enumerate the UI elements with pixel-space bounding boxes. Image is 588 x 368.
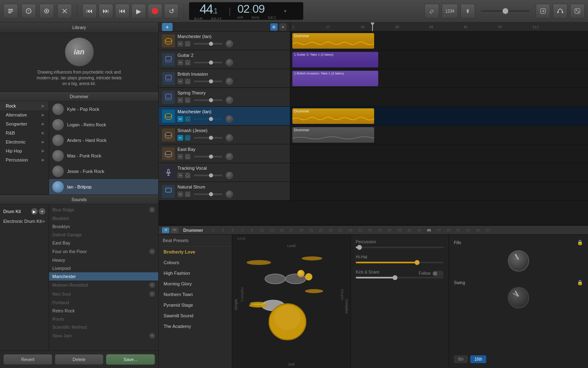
beat-position-dot[interactable] (297, 270, 305, 277)
pan-knob[interactable] (226, 96, 233, 104)
sync-button[interactable] (39, 4, 54, 18)
track-content[interactable] (290, 182, 588, 200)
headphones-icon[interactable]: 🎧 (185, 135, 191, 141)
master-volume-slider[interactable] (481, 10, 530, 12)
track-content[interactable] (290, 144, 588, 163)
mute-button[interactable]: ✂ (177, 97, 183, 103)
volume-slider[interactable] (194, 156, 222, 157)
play-button[interactable]: ▶ (131, 4, 146, 18)
drummer-ian[interactable]: Ian - Britpop (49, 179, 158, 195)
sound-retro-rock[interactable]: Retro Rock (49, 307, 158, 315)
track-content[interactable] (290, 163, 588, 182)
sound-detroit-garage[interactable]: Detroit Garage (49, 231, 158, 239)
genre-item-electronic[interactable]: Electronic ▶ (0, 137, 49, 146)
headphones-icon[interactable]: 🎧 (185, 191, 191, 197)
sound-manchester[interactable]: Manchester (49, 272, 158, 280)
headphones-button[interactable] (553, 4, 568, 18)
mute-button[interactable]: ✂ (177, 191, 183, 197)
number-display-btn[interactable]: 1234 (442, 4, 458, 18)
drummer-max[interactable]: Max - Punk Rock (49, 148, 158, 164)
track-type-btn[interactable]: ≡ (279, 23, 287, 31)
track-content[interactable]: Drummer (290, 31, 588, 50)
save-button[interactable]: Save... (106, 354, 155, 365)
drummer-jesse[interactable]: Jesse - Funk Rock (49, 164, 158, 179)
add-circle-icon[interactable]: + (149, 282, 155, 288)
eighth-note-button[interactable]: 8th (454, 355, 468, 363)
share-button[interactable] (536, 4, 550, 18)
follow-toggle-switch[interactable] (432, 271, 444, 276)
mute-button[interactable]: ✂ (177, 116, 183, 122)
preset-pyramid-stage[interactable]: Pyramid Stage (159, 300, 232, 310)
preset-sawmill-sound[interactable]: Sawmill Sound (159, 310, 232, 321)
notes-button[interactable] (3, 4, 18, 18)
sound-slow-jam[interactable]: Slow Jam + (49, 331, 158, 340)
volume-slider[interactable] (194, 118, 222, 120)
drummer-anders[interactable]: Anders - Hard Rock (49, 132, 158, 148)
add-circle-icon[interactable]: + (149, 291, 155, 297)
pan-knob[interactable] (226, 40, 233, 47)
fastforward-button[interactable]: ⏭ (99, 4, 113, 18)
record-button[interactable] (148, 4, 162, 18)
hihat-slider[interactable] (356, 262, 444, 263)
kick-snare-slider[interactable] (356, 277, 444, 278)
preset-high-fashion[interactable]: High Fashion (159, 268, 232, 278)
help-button[interactable]: ? (21, 4, 36, 18)
mute-button[interactable]: ✂ (177, 154, 183, 159)
sound-motown[interactable]: Motown Revisited + (49, 280, 158, 289)
swing-lock-icon[interactable]: 🔒 (577, 280, 583, 285)
lock-icon[interactable]: 🔒 (577, 240, 583, 245)
genre-item-hiphop[interactable]: Hip Hop ▶ (0, 146, 49, 155)
volume-slider[interactable] (194, 62, 222, 63)
preset-the-academy[interactable]: The Academy (159, 321, 232, 332)
headphones-icon[interactable]: 🎧 (185, 79, 191, 84)
revert-button[interactable]: Revert (3, 354, 52, 365)
add-track-button[interactable]: + (162, 23, 173, 31)
skip-to-start-button[interactable]: ⏮ (115, 4, 130, 18)
track-region[interactable]: Drummer (292, 33, 374, 49)
headphones-icon[interactable]: 🎧 (185, 116, 191, 122)
volume-slider[interactable] (194, 175, 222, 176)
sound-four-floor[interactable]: Four on the Floor + (49, 247, 158, 256)
percussion-slider[interactable] (356, 247, 444, 248)
drummer-logan[interactable]: Logan - Retro Rock (49, 117, 158, 132)
pan-knob[interactable] (226, 59, 233, 66)
pan-knob[interactable] (226, 134, 233, 141)
preset-morning-glory[interactable]: Morning Glory (159, 278, 232, 289)
genre-item-alternative[interactable]: Alternative ▶ (0, 110, 49, 119)
kit-play-icon[interactable]: + (39, 208, 45, 215)
sound-neo-soul[interactable]: Neo Soul + (49, 289, 158, 298)
swing-knob[interactable] (508, 287, 529, 308)
pencil-tool[interactable] (424, 4, 439, 18)
sound-liverpool[interactable]: Liverpool (49, 264, 158, 272)
fills-knob[interactable] (508, 250, 529, 272)
track-region[interactable]: 1 Guitar 2: Take 1 (2 takes) (292, 52, 378, 67)
pan-knob[interactable] (226, 191, 233, 198)
headphones-icon[interactable]: 🎧 (185, 41, 191, 47)
delete-button[interactable]: Delete (55, 354, 104, 365)
volume-slider[interactable] (194, 193, 222, 195)
genre-item-rnb[interactable]: R&B ▶ (0, 128, 49, 137)
headphones-icon[interactable]: 🎧 (185, 97, 191, 103)
add-circle-icon[interactable]: + (149, 249, 155, 254)
track-content[interactable]: Drummer (290, 126, 588, 144)
headphones-icon[interactable]: 🎧 (185, 60, 191, 65)
add-circle-icon[interactable]: + (149, 333, 155, 339)
mute-button[interactable]: ✂ (177, 79, 183, 84)
volume-slider[interactable] (194, 99, 222, 101)
scissors-button[interactable] (57, 4, 72, 18)
rewind-button[interactable]: ⏮ (82, 4, 97, 18)
sound-bluebird[interactable]: Bluebird (49, 214, 158, 222)
mute-button[interactable]: ✂ (177, 173, 183, 178)
track-icon-btn[interactable]: ⊞ (270, 23, 278, 31)
kit-add-icon[interactable]: ▶ (31, 208, 38, 215)
sound-heavy[interactable]: Heavy (49, 256, 158, 264)
pan-knob[interactable] (226, 153, 233, 160)
drum-kit-canvas[interactable]: Complex Simple (232, 242, 350, 368)
scissors-icon[interactable]: ✂ (171, 227, 178, 233)
preset-northern-town[interactable]: Northern Town (159, 289, 232, 300)
pan-knob[interactable] (226, 78, 233, 85)
loop-icon[interactable]: ↺ (162, 227, 169, 233)
mute-button[interactable]: ✂ (177, 60, 183, 65)
sound-portland[interactable]: Portland (49, 298, 158, 307)
preset-colours[interactable]: Colours (159, 257, 232, 268)
